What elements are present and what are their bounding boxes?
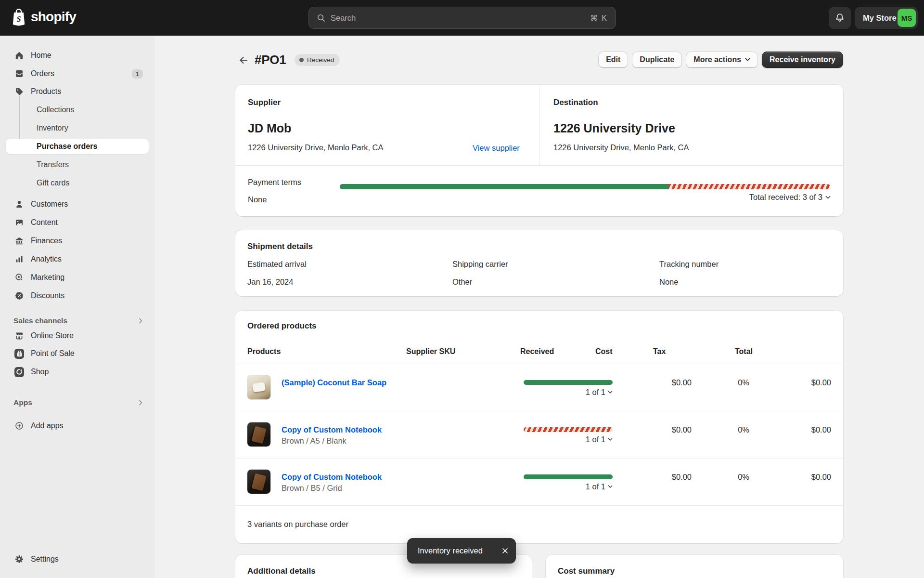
cost-summary-title: Cost summary [558, 566, 615, 576]
col-sku: Supplier SKU [406, 347, 455, 356]
estimated-arrival-value: Jan 16, 2024 [247, 277, 293, 287]
col-total: Total [735, 347, 831, 356]
sidebar-item-inventory[interactable]: Inventory [6, 120, 149, 136]
edit-button[interactable]: Edit [598, 52, 628, 68]
status-badge: Received [295, 54, 340, 66]
payment-terms-value: None [248, 195, 267, 204]
close-icon[interactable] [502, 548, 508, 554]
tracking-number-label: Tracking number [659, 260, 719, 269]
chevron-right-icon [139, 318, 143, 324]
supplier-address: 1226 University Drive, Menlo Park, CA [248, 143, 384, 152]
page-title: #PO1 [255, 53, 286, 67]
received-qty-toggle[interactable]: 1 of 1 [524, 435, 613, 444]
received-qty-toggle[interactable]: 1 of 1 [524, 388, 613, 397]
shopify-bag-icon: S [11, 8, 27, 26]
search-input[interactable] [331, 13, 585, 23]
toast-message: Inventory received [418, 546, 495, 555]
sidebar-item-online-store[interactable]: Online Store [6, 328, 149, 343]
gear-icon [14, 554, 24, 564]
supplier-name: JD Mob [248, 121, 291, 135]
col-products: Products [247, 347, 281, 356]
tag-icon [14, 87, 24, 96]
payment-terms-label: Payment terms [248, 178, 301, 187]
receive-inventory-button[interactable]: Receive inventory [762, 52, 843, 68]
pos-icon: S [14, 349, 24, 358]
sales-channels-heading[interactable]: Sales channels [6, 315, 149, 327]
notifications-button[interactable] [829, 7, 851, 29]
target-cursor-icon [14, 273, 24, 282]
chevron-down-icon [825, 196, 831, 199]
shopify-wordmark: shopify [31, 9, 76, 25]
person-icon [14, 199, 24, 209]
destination-address: 1226 University Drive, Menlo Park, CA [553, 143, 689, 152]
store-name: My Store [863, 13, 897, 23]
total-cell: $0.00 [735, 473, 831, 482]
media-icon [14, 218, 24, 227]
more-actions-button[interactable]: More actions [686, 52, 758, 68]
table-row: (Sample) Coconut Bar Soap 1 of 1 $0.00 0… [235, 364, 843, 411]
sidebar-item-settings[interactable]: Settings [6, 552, 149, 567]
storefront-icon [14, 331, 24, 341]
sidebar-item-analytics[interactable]: Analytics [6, 251, 149, 267]
sidebar-item-products[interactable]: Products [6, 84, 149, 99]
variant-subtitle: Brown / A5 / Blank [282, 436, 346, 446]
table-row: Copy of Custom Notebook Brown / B5 / Gri… [235, 458, 843, 505]
progress-rejected-segment [668, 184, 830, 189]
table-row: Copy of Custom Notebook Brown / A5 / Bla… [235, 411, 843, 458]
sidebar-item-finances[interactable]: Finances [6, 233, 149, 249]
store-avatar: MS [898, 9, 916, 27]
global-search[interactable]: ⌘ K [308, 7, 616, 29]
supplier-destination-card: Supplier JD Mob 1226 University Drive, M… [235, 85, 843, 216]
tracking-number-value: None [659, 277, 678, 287]
chevron-down-icon [608, 438, 613, 441]
total-received-toggle[interactable]: Total received: 3 of 3 [749, 193, 831, 202]
view-supplier-link[interactable]: View supplier [473, 144, 520, 153]
table-header: Products Supplier SKU Received Cost Tax … [235, 342, 843, 363]
shipping-carrier-label: Shipping carrier [452, 260, 508, 269]
svg-text:S: S [18, 353, 21, 356]
sidebar-item-discounts[interactable]: Discounts [6, 288, 149, 303]
sidebar-item-add-apps[interactable]: Add apps [6, 418, 149, 434]
variants-summary: 3 variants on purchase order [247, 520, 348, 529]
product-link[interactable]: Copy of Custom Notebook [282, 473, 382, 482]
sidebar-item-gift-cards[interactable]: Gift cards [6, 175, 149, 191]
received-qty-toggle[interactable]: 1 of 1 [524, 482, 613, 491]
duplicate-button[interactable]: Duplicate [632, 52, 682, 68]
status-dot [299, 58, 304, 62]
apps-heading[interactable]: Apps [6, 397, 149, 408]
orders-icon [14, 69, 24, 79]
search-icon [317, 13, 326, 23]
shopify-admin: S shopify ⌘ K My Store MS [0, 0, 924, 578]
chevron-down-icon [608, 485, 613, 488]
sidebar-item-collections[interactable]: Collections [6, 102, 149, 118]
bank-icon [14, 236, 24, 246]
bell-icon [834, 13, 845, 23]
total-cell: $0.00 [735, 425, 831, 434]
store-menu[interactable]: My Store MS [855, 7, 918, 29]
orders-count-badge: 1 [132, 69, 143, 79]
estimated-arrival-label: Estimated arrival [247, 260, 307, 269]
sidebar-item-customers[interactable]: Customers [6, 197, 149, 212]
shopify-logo[interactable]: S shopify [11, 8, 76, 26]
home-icon [14, 51, 24, 60]
back-button[interactable] [237, 53, 250, 67]
destination-name: 1226 University Drive [553, 121, 675, 135]
product-thumbnail [247, 422, 271, 447]
sidebar-item-marketing[interactable]: Marketing [6, 270, 149, 285]
product-link[interactable]: Copy of Custom Notebook [282, 425, 382, 434]
progress-accepted-segment [340, 184, 668, 189]
chevron-right-icon [139, 400, 143, 406]
sidebar-item-purchase-orders[interactable]: Purchase orders [6, 139, 149, 154]
product-link[interactable]: (Sample) Coconut Bar Soap [282, 378, 386, 387]
sidebar-item-transfers[interactable]: Transfers [6, 157, 149, 172]
row-divider [235, 505, 843, 506]
sidebar-item-point-of-sale[interactable]: S Point of Sale [6, 346, 149, 361]
sidebar-item-home[interactable]: Home [6, 48, 149, 63]
toast-inventory-received: Inventory received [407, 538, 516, 564]
sidebar-item-content[interactable]: Content [6, 215, 149, 230]
topbar: S shopify ⌘ K My Store MS [0, 0, 924, 36]
chevron-down-icon [608, 391, 613, 394]
sidebar-item-orders[interactable]: Orders 1 [6, 66, 149, 81]
search-shortcut: ⌘ K [590, 13, 608, 23]
sidebar-item-shop[interactable]: Shop [6, 364, 149, 380]
